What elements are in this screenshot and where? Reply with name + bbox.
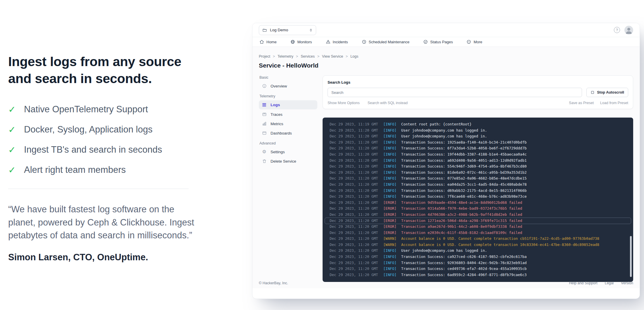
log-timestamp: Dec 29 2023, 11:20 GMT bbox=[330, 158, 378, 163]
project-selector[interactable]: Log Demo bbox=[259, 25, 316, 35]
main-nav: HomeMonitorsIncidentsScheduled Maintenan… bbox=[252, 37, 640, 47]
log-level-tag: [INFO] bbox=[383, 122, 397, 126]
log-row[interactable]: Dec 29 2023, 11:20 GMT[INFO]Transaction … bbox=[323, 266, 633, 272]
sidebar-item-dashboards[interactable]: Dashboards bbox=[259, 129, 317, 137]
log-level-tag: [INFO] bbox=[383, 170, 397, 175]
log-message: User johndoe@company.com has logged in. bbox=[401, 128, 487, 132]
log-row[interactable]: Dec 29 2023, 11:20 GMT[INFO]Transaction … bbox=[323, 140, 633, 146]
log-row[interactable]: Dec 29 2023, 11:20 GMT[INFO]Transaction … bbox=[323, 272, 633, 278]
footer-links: Help and SupportLegalVersion bbox=[569, 281, 633, 285]
nav-item-home[interactable]: Home bbox=[259, 39, 277, 44]
search-card: Search Logs Stop Autoscroll Show More Op… bbox=[323, 75, 633, 109]
home-icon bbox=[259, 39, 264, 44]
copyright: © HackerBay, Inc. bbox=[259, 281, 288, 285]
search-input[interactable] bbox=[328, 88, 582, 97]
log-message: Transaction Success: ced49736-efa7-402d-… bbox=[401, 266, 527, 271]
log-row-selected[interactable]: Dec 29 2023, 11:20 GMT[EROR]Transaction … bbox=[323, 218, 633, 224]
log-row[interactable]: Dec 29 2023, 11:20 GMT[INFO]Transaction … bbox=[323, 194, 633, 200]
log-timestamp: Dec 29 2023, 11:20 GMT bbox=[330, 261, 378, 265]
log-level-tag: [INFO] bbox=[383, 266, 397, 271]
link-version[interactable]: Version bbox=[621, 281, 633, 285]
log-row[interactable]: Dec 29 2023, 11:20 GMT[INFO]User johndoe… bbox=[323, 248, 633, 254]
link-load-from-preset[interactable]: Load from Preset bbox=[600, 101, 628, 105]
breadcrumb-item-logs[interactable]: Logs bbox=[350, 54, 358, 58]
log-message: Content root path: {contentRoot} bbox=[401, 122, 472, 126]
logs-icon bbox=[262, 102, 267, 107]
nav-item-incidents[interactable]: Incidents bbox=[326, 39, 348, 44]
log-row[interactable]: Dec 29 2023, 11:20 GMT[EROR]Transaction … bbox=[323, 206, 633, 212]
log-row[interactable]: Dec 29 2023, 11:20 GMT[INFO]Transaction … bbox=[323, 175, 633, 182]
stop-square-icon bbox=[590, 90, 595, 94]
log-row[interactable]: Dec 29 2023, 11:20 GMT[EROR]Transaction … bbox=[323, 200, 633, 206]
sidebar-item-traces[interactable]: Traces bbox=[259, 110, 317, 119]
breadcrumb-item-services[interactable]: Services bbox=[301, 54, 315, 58]
sidebar-item-metrics[interactable]: Metrics bbox=[259, 119, 317, 128]
log-row[interactable]: Dec 29 2023, 11:20 GMT[INFO]Transaction … bbox=[323, 145, 633, 151]
log-row[interactable]: Dec 29 2023, 11:19 GMT[INFO]Content root… bbox=[323, 121, 633, 128]
help-icon[interactable]: ? bbox=[614, 27, 620, 33]
nav-item-label: Home bbox=[266, 40, 277, 44]
log-row[interactable]: Dec 29 2023, 11:20 GMT[INFO]Transaction … bbox=[323, 158, 633, 164]
log-row[interactable]: Dec 29 2023, 11:20 GMT[INFO]User johndoe… bbox=[323, 128, 633, 134]
search-options-links: Show More OptionsSearch with SQL instead bbox=[328, 101, 408, 105]
log-message: Transaction 4d706386-a3c2-4988-b62b-9aff… bbox=[401, 212, 522, 217]
log-message: Transaction 0314a566-f970-4ebe-bad9-0372… bbox=[401, 206, 522, 211]
nav-item-scheduled-maintenance[interactable]: Scheduled Maintenance bbox=[362, 39, 410, 44]
log-level-tag: [INFO] bbox=[383, 140, 397, 144]
log-row[interactable]: Dec 29 2023, 11:20 GMT[EROR]Transaction … bbox=[323, 212, 633, 218]
log-message: User johndoe@company.com has logged in. bbox=[401, 248, 487, 253]
check-icon: ✓ bbox=[8, 125, 16, 134]
link-legal[interactable]: Legal bbox=[605, 281, 614, 285]
log-timestamp: Dec 29 2023, 11:20 GMT bbox=[330, 194, 378, 199]
log-row[interactable]: Dec 29 2023, 11:20 GMT[INFO]User johndoe… bbox=[323, 133, 633, 140]
sidebar-section-label: Telemetry bbox=[259, 94, 317, 98]
feature-item: ✓Ingest TB's and search in seconds bbox=[8, 144, 198, 155]
sidebar-item-overview[interactable]: Overview bbox=[259, 82, 317, 90]
sidebar-item-delete-service[interactable]: Delete Service bbox=[259, 157, 317, 166]
log-row[interactable]: Dec 29 2023, 11:20 GMT[EROR]Transaction … bbox=[323, 224, 633, 230]
log-row[interactable]: Dec 29 2023, 11:20 GMT[INFO]Transaction … bbox=[323, 151, 633, 158]
chevrons-up-down-icon bbox=[309, 28, 313, 32]
log-message: Transaction Success: ea04da25-3cc1-4ad5-… bbox=[401, 182, 527, 187]
search-card-title: Search Logs bbox=[328, 80, 628, 85]
log-message: Transaction Success: 077e85a2-0a96-4682-… bbox=[401, 176, 527, 180]
link-help-and-support[interactable]: Help and Support bbox=[569, 281, 597, 285]
breadcrumb-item-project[interactable]: Project bbox=[259, 54, 270, 58]
clock-icon bbox=[362, 39, 366, 44]
sidebar-item-logs[interactable]: Logs bbox=[259, 100, 317, 109]
main-panel: Search Logs Stop Autoscroll Show More Op… bbox=[323, 75, 633, 282]
avatar[interactable] bbox=[624, 26, 633, 35]
stop-autoscroll-button[interactable]: Stop Autoscroll bbox=[586, 88, 628, 97]
scrollbar-thumb[interactable] bbox=[630, 236, 632, 277]
log-level-tag: [INFO] bbox=[383, 254, 397, 259]
sidebar-item-label: Dashboards bbox=[271, 131, 292, 135]
link-save-as-preset[interactable]: Save as Preset bbox=[569, 101, 594, 105]
log-row[interactable]: Dec 29 2023, 11:20 GMT[INFO]Transaction … bbox=[323, 170, 633, 176]
nav-item-monitors[interactable]: Monitors bbox=[290, 39, 312, 44]
trash-icon bbox=[262, 159, 267, 163]
page-title: Service - HelloWorld bbox=[259, 62, 633, 69]
log-row[interactable]: Dec 29 2023, 11:20 GMT[INFO]Transaction … bbox=[323, 163, 633, 170]
breadcrumb-item-telemetry[interactable]: Telemetry bbox=[278, 54, 293, 58]
breadcrumb-item-view-service[interactable]: View Service bbox=[322, 54, 343, 58]
log-row[interactable]: Dec 29 2023, 11:20 GMT[WARN]Account bala… bbox=[323, 236, 633, 242]
testimonial-attribution: Simon Larsen, CTO, OneUptime. bbox=[8, 252, 198, 263]
nav-item-more[interactable]: More bbox=[466, 39, 482, 44]
log-row[interactable]: Dec 29 2023, 11:20 GMT[INFO]Transaction … bbox=[323, 254, 633, 260]
nav-item-status-pages[interactable]: Status Pages bbox=[423, 39, 453, 44]
sidebar-item-settings[interactable]: ⚙Settings bbox=[259, 147, 317, 156]
link-show-more-options[interactable]: Show More Options bbox=[328, 101, 360, 105]
check-icon: ✓ bbox=[8, 145, 16, 154]
log-timestamp: Dec 29 2023, 11:20 GMT bbox=[330, 273, 378, 277]
log-message: Transaction Success: d69abb32-2175-4acd-… bbox=[401, 188, 527, 193]
log-row[interactable]: Dec 29 2023, 11:20 GMT[INFO]Transaction … bbox=[323, 182, 633, 188]
app-window: Log Demo ? HomeMonitorsIncidentsSchedule… bbox=[252, 23, 640, 299]
log-row[interactable]: Dec 29 2023, 11:20 GMT[WARN]Account bala… bbox=[323, 242, 633, 248]
feature-item: ✓Docker, Syslog, Application logs bbox=[8, 124, 198, 135]
nav-item-label: Scheduled Maintenance bbox=[369, 40, 410, 44]
log-row[interactable]: Dec 29 2023, 11:20 GMT[EROR]Transaction … bbox=[323, 230, 633, 236]
link-search-with-sql-instead[interactable]: Search with SQL instead bbox=[368, 101, 408, 105]
log-row[interactable]: Dec 29 2023, 11:20 GMT[INFO]Transaction … bbox=[323, 188, 633, 194]
log-row[interactable]: Dec 29 2023, 11:20 GMT[INFO]Transaction … bbox=[323, 260, 633, 266]
preset-links: Save as PresetLoad from Preset bbox=[569, 101, 628, 105]
